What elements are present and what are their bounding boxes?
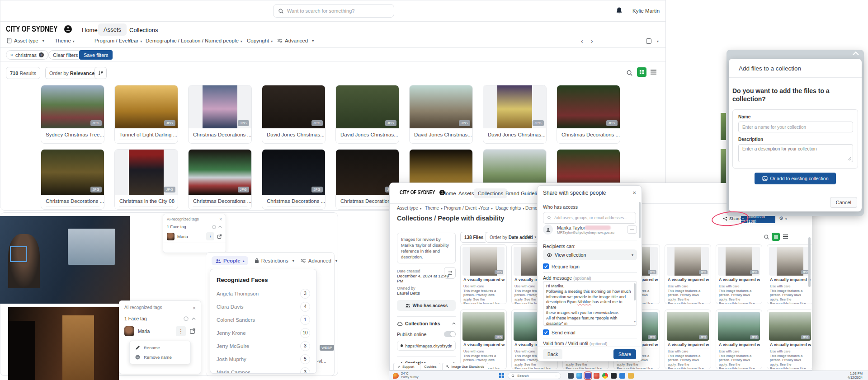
taskbar-app-icon[interactable]	[576, 373, 582, 379]
cw-nav-home[interactable]: Home	[442, 191, 456, 196]
textarea-scrollbar[interactable]	[634, 283, 636, 300]
asset-card[interactable]: JPG Christmas in the City 08	[114, 149, 178, 210]
cw-filter-program[interactable]: Program / Event▾	[444, 206, 480, 211]
pager-prev-icon[interactable]: ‹	[581, 38, 583, 45]
nav-collections[interactable]: Collections	[129, 27, 158, 33]
collection-file-card[interactable]: JPG A visually impaired wo... Use with c…	[767, 244, 812, 304]
face-list-item[interactable]: Colonel Sanders 1	[210, 313, 316, 326]
collection-description-textarea[interactable]	[738, 144, 853, 162]
save-filters-button[interactable]: Save filters	[79, 50, 113, 60]
share-submit-button[interactable]: Share	[613, 349, 636, 359]
collection-file-card[interactable]: JPG A visually impaired wo... Use with c…	[665, 244, 711, 304]
chevron-up-icon[interactable]	[192, 317, 196, 320]
collection-file-card[interactable]: JPG A visually impaired wo... Use with c…	[665, 310, 711, 369]
filter-year[interactable]: Year▾	[128, 38, 142, 43]
nav-home[interactable]: Home	[82, 27, 98, 33]
taskbar-app-icon[interactable]	[619, 373, 625, 379]
sort-direction-button[interactable]	[94, 67, 107, 79]
asset-card[interactable]: JPG Christmas Decorations ...	[557, 85, 620, 144]
message-textarea[interactable]: Hi Marika, Following a meeting this morn…	[543, 281, 637, 326]
cw-nav-assets[interactable]: Assets	[458, 191, 474, 196]
filter-asset-type[interactable]: Asset type▾	[7, 38, 44, 43]
close-icon[interactable]: ×	[219, 217, 222, 222]
asset-card[interactable]: JPG Tunnel of Light Darling ...	[114, 85, 178, 144]
taskbar-weather-widget[interactable]: 24°C Partly sunny	[393, 372, 419, 379]
select-all-caret-icon[interactable]: ▾	[657, 39, 659, 43]
user-name[interactable]: Kylie Martin	[632, 8, 660, 14]
kebab-menu-icon[interactable]: ⋮	[176, 326, 186, 336]
collection-file-card[interactable]: JPG A visually impaired wo... Use with c…	[716, 244, 762, 304]
remove-chip-icon[interactable]: ×	[39, 52, 44, 57]
close-icon[interactable]: ×	[193, 305, 196, 311]
require-login-row[interactable]: Require login	[543, 263, 580, 269]
collection-file-card[interactable]: JPG A visually impaired wo... Use with c…	[460, 310, 507, 369]
asset-card[interactable]: JPG David Jones Christmas...	[262, 85, 326, 144]
pill-people[interactable]: People▴	[212, 256, 248, 265]
cw-scrollbar[interactable]	[808, 237, 811, 287]
who-has-access-button[interactable]: Who has access	[397, 300, 456, 311]
permission-select[interactable]: View collection ▾	[543, 249, 637, 260]
asset-card[interactable]: JPG David Jones Christmas...	[335, 85, 399, 144]
collection-file-card[interactable]: JPG A visually impaired wo... Use with c…	[716, 310, 762, 369]
select-all-checkbox[interactable]	[646, 38, 651, 44]
taskbar-app-icon[interactable]	[602, 373, 608, 379]
filter-chip-christmas[interactable]: “ christmas ×	[6, 50, 48, 60]
cw-brand-logo[interactable]: CITY OF SYDNEY	[400, 189, 445, 196]
cw-list-view-button[interactable]	[783, 234, 788, 239]
send-email-checkbox[interactable]	[543, 329, 549, 335]
cw-filter-year[interactable]: Year▾	[480, 206, 493, 211]
clear-filters-button[interactable]: Clear filters	[48, 50, 83, 60]
pill-advanced[interactable]: Advanced▾	[301, 258, 337, 263]
collection-file-card[interactable]: JPG A visually impaired wo... Use with c…	[767, 310, 812, 369]
cw-sort-icon[interactable]	[526, 234, 532, 239]
order-by-select[interactable]: Order by Relevance▾	[45, 67, 102, 79]
add-users-box[interactable]	[543, 212, 636, 224]
collection-file-card[interactable]: JPG A visually impaired wo... Use with c…	[460, 244, 507, 304]
photo-woman-headset[interactable]	[0, 216, 130, 304]
taskbar-search[interactable]: Search ⋯	[508, 372, 561, 379]
footer-tab-image-use[interactable]: Image Use Standards	[442, 363, 488, 370]
asset-card[interactable]: JPG Christmas Decorations ...	[262, 149, 326, 210]
asset-card[interactable]: JPG Christmas Decorations ...	[188, 85, 252, 144]
publish-url-box[interactable]: https://images.cityofsydney	[397, 341, 456, 351]
windows-start-icon[interactable]	[499, 373, 504, 378]
footer-tab-support[interactable]: Support	[393, 363, 418, 370]
results-search-icon[interactable]	[626, 70, 633, 76]
publish-online-toggle[interactable]	[444, 331, 456, 337]
transfer-ownership-button[interactable]	[444, 267, 456, 279]
face-list-item[interactable]: Angela Thompson 3	[210, 287, 316, 300]
cw-filter-usage-rights[interactable]: Usage rights▾	[495, 206, 524, 211]
taskbar-app-icon[interactable]	[568, 373, 574, 379]
cw-grid-view-button[interactable]	[772, 233, 780, 241]
share-modal-scrollbar[interactable]	[639, 202, 641, 238]
cw-search-icon[interactable]	[764, 234, 769, 240]
face-list-item[interactable]: Josh Muprhy 5	[210, 352, 316, 366]
taskbar-clock[interactable]: 1:03 PM 4/12/2024	[848, 372, 863, 380]
brand-logo[interactable]: CITY OF SYDNEY	[6, 24, 72, 34]
filter-theme[interactable]: Theme▾	[55, 38, 75, 43]
kebab-menu-icon[interactable]: ⋮	[206, 232, 214, 240]
info-icon[interactable]	[212, 225, 216, 229]
require-login-checkbox[interactable]	[543, 263, 549, 269]
filter-advanced[interactable]: Advanced▾	[277, 38, 314, 43]
notification-bell-icon[interactable]	[615, 7, 623, 14]
filter-copyright[interactable]: Copyright▾	[247, 38, 273, 43]
face-list-item[interactable]: Jerry McGuire 3	[210, 339, 316, 352]
taskbar-app-icon[interactable]	[594, 373, 599, 379]
menu-item-rename[interactable]: Rename	[130, 343, 190, 352]
scroll-top-chevron-icon[interactable]	[852, 51, 859, 56]
asset-card[interactable]: JPG Sydney Christmas Tree...	[41, 85, 104, 144]
photo-dark-corridor[interactable]	[8, 307, 119, 380]
collection-name-input[interactable]	[738, 122, 853, 132]
cw-settings-gear-icon[interactable]: ⚙▾	[779, 216, 787, 221]
list-view-button[interactable]	[650, 69, 657, 75]
collection-links-section[interactable]: Collection links	[397, 321, 456, 326]
taskbar-app-icon[interactable]	[585, 373, 591, 379]
add-users-input[interactable]	[554, 216, 632, 220]
pager-next-icon[interactable]: ›	[591, 38, 593, 45]
footer-tab-cookies[interactable]: Cookies	[420, 363, 440, 370]
close-icon[interactable]: ×	[632, 189, 636, 196]
cw-nav-collections[interactable]: Collections	[474, 188, 507, 198]
resize-handle[interactable]	[848, 157, 851, 160]
search-input[interactable]	[287, 8, 387, 14]
